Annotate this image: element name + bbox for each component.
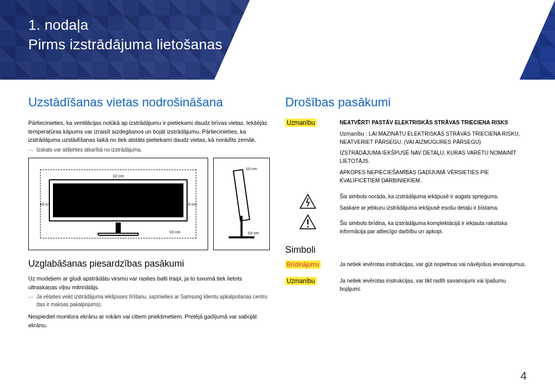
base-icon: [98, 233, 139, 236]
right-column: Drošības pasākumi Uzmanību NEATVĒRT! PAS…: [285, 95, 527, 331]
page-body: Uzstādīšanas vietas nodrošināšana Pārlie…: [0, 80, 555, 331]
chapter-number: 1. nodaļa: [28, 17, 88, 33]
symbols-heading: Simboli: [285, 245, 527, 255]
caution-body: NEATVĒRT! PASTĀV ELEKTRISKĀS STRĀVAS TRI…: [340, 119, 527, 188]
shock-paragraph-2: Saskare ar jebkuru izstrādājuma iekšpusē…: [340, 204, 527, 212]
diagram-side: 10 cm 10 cm: [213, 158, 270, 250]
shock-paragraph-1: Šis simbols norāda, ka izstrādājuma iekš…: [340, 193, 527, 201]
clearance-diagrams: 10 cm 10 cm 10 cm 10 cm 10 cm 10 cm: [28, 158, 270, 250]
caution2-badge: Uzmanību: [285, 277, 317, 285]
chapter-header: 1. nodaļa Pirms izstrādājuma lietošanas: [0, 0, 555, 80]
diagram-front: 10 cm 10 cm 10 cm 10 cm: [28, 158, 208, 250]
warning-body: Ja netiek ievērotas instrukcijas, var gū…: [340, 260, 527, 272]
caution2-text: Ja netiek ievērotas instrukcijas, var ti…: [340, 277, 527, 293]
storage-heading: Uzglabāšanas piesardzības pasākumi: [28, 258, 270, 269]
installation-intro: Pārliecinieties, ka ventilācijas nolūkā …: [28, 119, 270, 144]
caution-paragraph-2: IZSTRĀDĀJUMA IEKŠPUSĒ NAV DETAĻU, KURAS …: [340, 149, 527, 165]
exclamation-triangle-icon: [299, 214, 317, 230]
section-heading-safety: Drošības pasākumi: [285, 95, 527, 109]
symbol-caution: Uzmanību Ja netiek ievērotas instrukcija…: [285, 277, 527, 296]
hazard-body: Šis simbols norāda, ka izstrādājuma iekš…: [340, 193, 527, 238]
warning-label: Brīdinājums: [285, 260, 330, 269]
stand-icon: [116, 222, 121, 234]
excl-paragraph-1: Šis simbols brīdina, ka izstrādājuma kom…: [340, 219, 527, 236]
storage-paragraph-1: Uz modeļiem ar gludi apstrādātu virsmu v…: [28, 274, 270, 291]
appearance-note: Izskats var atšķirties atkarībā no izstr…: [28, 146, 270, 154]
dim-bottom: 10 cm: [169, 230, 180, 234]
storage-note: Ja vēlaties veikt izstrādājuma iekšpuses…: [28, 293, 270, 308]
chapter-name: Pirms izstrādājuma lietošanas: [28, 36, 223, 52]
monitor-side-icon: [233, 169, 250, 221]
hazard-icons: [285, 193, 330, 230]
chapter-title: 1. nodaļa Pirms izstrādājuma lietošanas: [0, 0, 555, 54]
caution-paragraph-1: Uzmanību : LAI MAZINĀTU ELEKTRISKĀS STRĀ…: [340, 130, 527, 146]
side-base-icon: [229, 236, 254, 238]
notice-caution: Uzmanību NEATVĒRT! PASTĀV ELEKTRISKĀS ST…: [285, 119, 527, 188]
section-heading-installation: Uzstādīšanas vietas nodrošināšana: [28, 95, 270, 109]
caution-bold: NEATVĒRT! PASTĀV ELEKTRISKĀS STRĀVAS TRI…: [340, 119, 527, 127]
shock-triangle-icon: [299, 194, 317, 209]
warning-text: Ja netiek ievērotas instrukcijas, var gū…: [340, 260, 527, 269]
caution2-label: Uzmanību: [285, 277, 330, 285]
warning-badge: Brīdinājums: [285, 260, 321, 269]
side-stand-icon: [240, 216, 243, 236]
caution-paragraph-3: APKOPES NEPIECIEŠAMĪBAS GADĪJUMĀ VĒRSIET…: [340, 169, 527, 185]
monitor-front-icon: [49, 179, 188, 221]
dim-side-top: 10 cm: [246, 166, 257, 171]
notice-shock: Šis simbols norāda, ka izstrādājuma iekš…: [285, 193, 527, 238]
caution-label: Uzmanību: [285, 119, 330, 127]
dim-top: 10 cm: [113, 174, 124, 178]
svg-point-3: [307, 226, 309, 228]
dim-side-bottom: 10 cm: [248, 231, 259, 235]
symbol-warning: Brīdinājums Ja netiek ievērotas instrukc…: [285, 260, 527, 272]
caution-badge: Uzmanību: [285, 119, 317, 127]
storage-paragraph-2: Nespiediet monitora ekrānu ar rokām vai …: [28, 312, 270, 329]
page-number: 4: [521, 369, 527, 383]
caution2-body: Ja netiek ievērotas instrukcijas, var ti…: [340, 277, 527, 296]
left-column: Uzstādīšanas vietas nodrošināšana Pārlie…: [28, 95, 270, 331]
